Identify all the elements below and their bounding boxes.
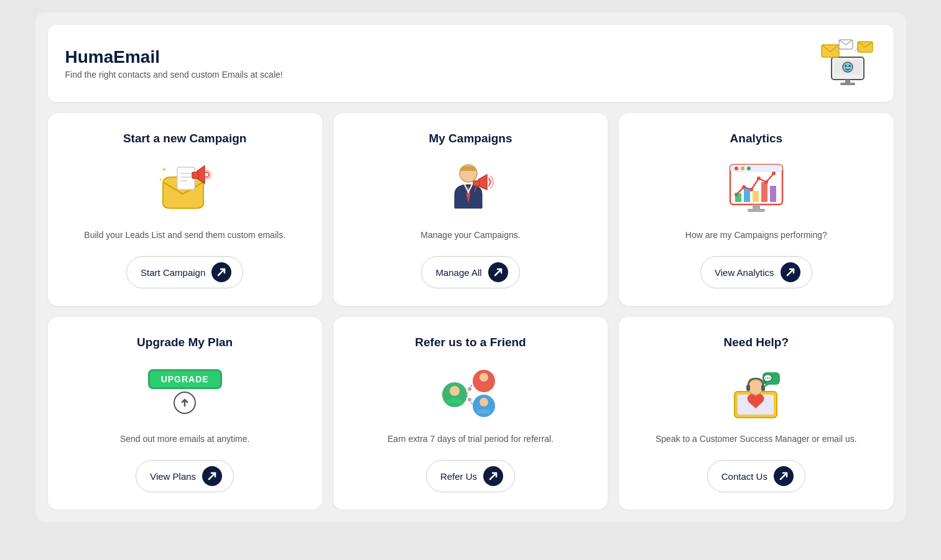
view-analytics-button[interactable]: View Analytics [700, 256, 812, 288]
svg-rect-16 [192, 172, 198, 178]
upgrade-badge: UPGRADE [148, 369, 222, 414]
svg-text:✦: ✦ [161, 165, 167, 174]
svg-line-67 [781, 473, 787, 479]
card-title-analytics: Analytics [730, 132, 782, 145]
card-new-campaign: Start a new Campaign [48, 113, 322, 306]
svg-rect-12 [177, 167, 195, 190]
header-text: HumaEmail Find the right contacts and se… [65, 47, 283, 80]
card-icon-new-campaign: ✦ ✦ [151, 157, 219, 219]
svg-line-21 [218, 269, 225, 275]
card-upgrade: Upgrade My Plan UPGRADE Send out more em… [48, 317, 322, 510]
svg-rect-24 [473, 181, 480, 186]
card-icon-upgrade: UPGRADE [151, 360, 219, 423]
svg-rect-41 [761, 182, 767, 202]
card-desc-upgrade: Send out more emails at anytime. [120, 433, 250, 446]
svg-point-31 [747, 167, 751, 170]
svg-point-29 [735, 167, 738, 170]
view-plans-arrow-icon [202, 466, 222, 486]
app-title: HumaEmail [65, 47, 283, 67]
manage-all-button[interactable]: Manage All [421, 256, 519, 288]
cards-grid: Start a new Campaign [48, 113, 894, 510]
svg-point-51 [480, 373, 488, 382]
card-title-help: Need Help? [724, 336, 789, 349]
svg-text:✦: ✦ [159, 177, 163, 183]
contact-us-arrow-icon [774, 466, 794, 486]
svg-point-56 [468, 387, 471, 391]
main-container: HumaEmail Find the right contacts and se… [35, 12, 906, 522]
card-title-my-campaigns: My Campaigns [429, 132, 512, 145]
svg-line-58 [490, 473, 496, 479]
card-desc-new-campaign: Build your Leads List and send them cust… [84, 229, 285, 242]
card-analytics: Analytics [619, 113, 893, 306]
card-icon-my-campaigns [436, 157, 504, 219]
card-desc-help: Speak to a Customer Success Manager or e… [656, 433, 857, 446]
card-help: Need Help? 💬 [619, 317, 893, 510]
svg-point-30 [741, 167, 744, 170]
card-icon-refer [436, 360, 504, 423]
refer-us-button[interactable]: Refer Us [426, 460, 515, 492]
help-icon: 💬 [725, 364, 787, 420]
view-plans-button[interactable]: View Plans [136, 460, 234, 492]
contact-us-button[interactable]: Contact Us [707, 460, 805, 492]
svg-line-45 [787, 269, 794, 275]
card-desc-my-campaigns: Manage your Campaigns. [420, 229, 520, 242]
svg-rect-62 [746, 385, 750, 391]
view-analytics-arrow-icon [781, 262, 800, 282]
app-subtitle: Find the right contacts and send custom … [65, 70, 283, 80]
svg-line-47 [209, 473, 215, 479]
svg-rect-44 [748, 209, 765, 212]
svg-text:💬: 💬 [763, 374, 772, 383]
svg-line-26 [495, 269, 501, 275]
svg-rect-39 [744, 188, 750, 202]
refer-icon [439, 364, 501, 420]
svg-rect-40 [753, 191, 759, 202]
card-title-refer: Refer us to a Friend [415, 336, 526, 349]
svg-point-57 [468, 398, 471, 402]
svg-point-35 [757, 177, 761, 180]
header-illustration [820, 39, 876, 88]
analytics-icon [725, 160, 787, 216]
svg-rect-6 [840, 83, 855, 85]
card-desc-analytics: How are my Campaigns performing? [685, 229, 827, 242]
campaign-icon: ✦ ✦ [154, 160, 216, 216]
svg-point-53 [480, 398, 488, 406]
card-title-new-campaign: Start a new Campaign [123, 132, 247, 145]
svg-point-3 [845, 65, 846, 67]
refer-us-arrow-icon [483, 466, 503, 486]
card-my-campaigns: My Campaigns [333, 113, 608, 306]
start-campaign-arrow-icon [211, 262, 231, 282]
upgrade-arrow-circle [174, 392, 196, 414]
manage-all-arrow-icon [488, 262, 508, 282]
card-icon-analytics [722, 157, 790, 219]
svg-point-61 [748, 380, 763, 395]
upgrade-label: UPGRADE [148, 369, 222, 389]
card-title-upgrade: Upgrade My Plan [137, 336, 233, 349]
campaigns-icon [442, 160, 498, 216]
email-robot-icon [820, 39, 876, 88]
header-card: HumaEmail Find the right contacts and se… [48, 25, 894, 102]
svg-rect-38 [735, 193, 741, 202]
svg-point-4 [848, 65, 850, 67]
svg-point-49 [450, 386, 460, 396]
svg-point-2 [843, 62, 853, 72]
card-icon-help: 💬 [722, 360, 790, 423]
start-campaign-button[interactable]: Start Campaign [126, 256, 243, 288]
svg-rect-42 [770, 186, 776, 202]
card-refer: Refer us to a Friend [333, 317, 608, 510]
svg-point-37 [772, 172, 776, 175]
svg-rect-43 [753, 204, 760, 209]
card-desc-refer: Earn extra 7 days of trial period for re… [387, 433, 554, 446]
